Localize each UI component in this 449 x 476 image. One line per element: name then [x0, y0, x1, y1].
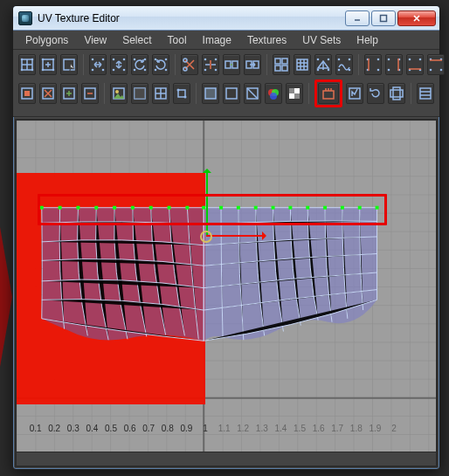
ruler-tick: 0.2	[48, 424, 60, 433]
split-uvs[interactable]	[202, 54, 219, 75]
svg-rect-109	[149, 206, 153, 210]
rotate-cw[interactable]	[152, 54, 169, 75]
move-and-sew-uvs[interactable]	[244, 54, 261, 75]
svg-point-18	[102, 69, 105, 72]
menu-image[interactable]: Image	[196, 32, 238, 48]
uv-mesh[interactable]	[17, 121, 436, 466]
pixel-snap[interactable]	[173, 83, 190, 104]
rotate-ccw[interactable]	[131, 54, 149, 75]
maximize-button[interactable]	[371, 10, 396, 26]
display-grid[interactable]	[152, 83, 169, 104]
svg-rect-116	[272, 206, 275, 210]
ruler-tick: 0.3	[67, 424, 79, 433]
svg-point-52	[338, 69, 341, 72]
cut-uv-edges[interactable]	[181, 54, 198, 75]
remove-all-isolated[interactable]	[39, 83, 57, 104]
ruler-tick: 0.5	[105, 424, 117, 433]
svg-point-72	[440, 69, 443, 72]
move-manip-v-axis[interactable]	[206, 169, 208, 236]
select-shortest-edge-tool[interactable]	[60, 54, 78, 75]
menubar: Polygons View Select Tool Image Textures…	[13, 31, 439, 50]
svg-point-16	[102, 59, 105, 61]
menu-tool[interactable]: Tool	[161, 32, 194, 48]
uv-texture-editor-baking[interactable]	[318, 83, 339, 104]
svg-point-6	[31, 59, 34, 61]
svg-point-82	[115, 90, 119, 93]
display-alpha-channel[interactable]	[286, 83, 303, 104]
menu-view[interactable]: View	[77, 32, 114, 48]
menu-help[interactable]: Help	[349, 32, 385, 48]
grid-uvs[interactable]	[294, 54, 311, 75]
menu-select[interactable]: Select	[115, 32, 158, 48]
display-uv-distortion[interactable]	[223, 83, 240, 104]
menu-textures[interactable]: Textures	[240, 32, 294, 48]
svg-point-20	[123, 59, 126, 61]
ruler-tick: 1.9	[369, 424, 381, 433]
svg-rect-115	[254, 206, 258, 210]
force-editor-rebake[interactable]	[367, 83, 384, 104]
menu-polygons[interactable]: Polygons	[18, 32, 75, 48]
svg-rect-112	[202, 206, 205, 210]
svg-rect-44	[282, 66, 287, 71]
svg-rect-42	[282, 59, 287, 64]
relax-uvs[interactable]	[335, 54, 353, 75]
align-v-max[interactable]	[427, 54, 445, 75]
dim-image[interactable]	[131, 83, 149, 104]
svg-rect-108	[131, 206, 135, 210]
isolate-select-toggle[interactable]	[18, 83, 36, 104]
svg-point-49	[328, 69, 330, 72]
move-manip-u-axis[interactable]	[206, 235, 266, 237]
svg-point-46	[317, 59, 320, 61]
flip-v[interactable]	[110, 54, 128, 75]
ruler-tick: 0.8	[162, 424, 174, 433]
toggle-filtered-display[interactable]	[244, 83, 261, 104]
titlebar[interactable]: UV Texture Editor	[13, 6, 439, 31]
svg-rect-43	[275, 66, 280, 71]
minimize-button[interactable]	[345, 10, 370, 26]
add-selected-to-isolate[interactable]	[60, 83, 78, 104]
svg-rect-120	[341, 206, 344, 210]
svg-rect-93	[289, 88, 294, 93]
unfold-uvs[interactable]	[314, 54, 332, 75]
svg-point-13	[52, 69, 55, 72]
shade-uvs[interactable]	[202, 83, 219, 104]
move-uv-shell-tool[interactable]	[39, 54, 57, 75]
menu-uv-sets[interactable]: UV Sets	[295, 32, 348, 48]
ruler-tick: 1	[203, 424, 208, 433]
ruler-tick: 1.7	[331, 424, 343, 433]
svg-rect-99	[420, 88, 431, 99]
move-manip-origin[interactable]	[200, 231, 212, 243]
svg-point-47	[328, 59, 330, 61]
flip-u[interactable]	[89, 54, 107, 75]
svg-rect-110	[168, 206, 171, 210]
align-u-max[interactable]	[385, 54, 403, 75]
svg-point-57	[377, 69, 380, 72]
svg-point-48	[317, 69, 320, 72]
canvas-area[interactable]: 0.10.20.30.40.50.60.70.80.911.11.21.31.4…	[15, 119, 438, 467]
display-image[interactable]	[110, 83, 128, 104]
remove-selected-from-isolate[interactable]	[81, 83, 99, 104]
uv-lattice-tool[interactable]	[18, 54, 36, 75]
svg-rect-95	[323, 91, 334, 99]
align-v-min[interactable]	[406, 54, 424, 75]
svg-point-29	[155, 69, 157, 72]
svg-point-36	[215, 69, 218, 72]
sew-uv-edges[interactable]	[223, 54, 240, 75]
display-rgb-channels[interactable]	[265, 83, 282, 104]
toolbar	[13, 50, 439, 117]
use-image-ratio[interactable]	[388, 83, 405, 104]
close-button[interactable]	[397, 10, 436, 26]
svg-rect-106	[94, 206, 98, 210]
svg-rect-104	[59, 206, 62, 210]
align-u-min[interactable]	[364, 54, 382, 75]
svg-point-26	[144, 69, 147, 72]
layout-uvs[interactable]	[273, 54, 290, 75]
ruler-tick: 1.8	[350, 424, 363, 433]
svg-rect-121	[358, 206, 362, 210]
svg-point-71	[430, 69, 432, 72]
uv-editor-options[interactable]	[417, 83, 434, 104]
svg-point-22	[123, 69, 126, 72]
update-psd-networks[interactable]	[346, 83, 363, 104]
ruler-tick: 0.7	[142, 424, 155, 433]
svg-rect-85	[178, 90, 185, 97]
